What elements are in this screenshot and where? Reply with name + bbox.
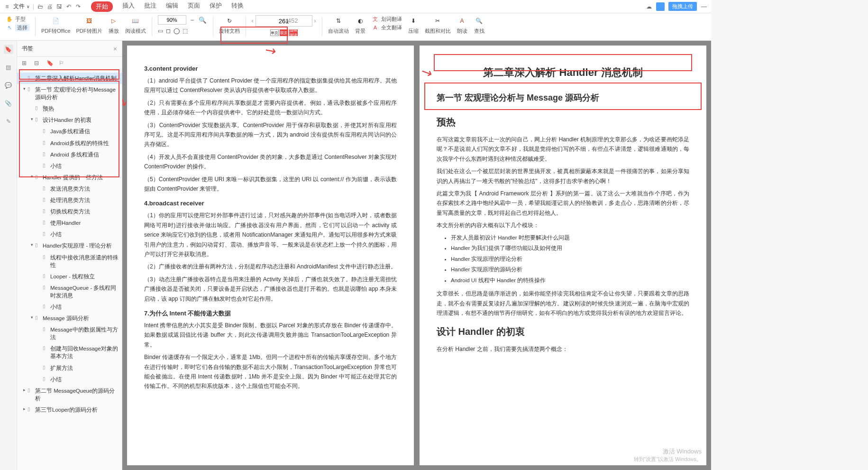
app-menu-icon[interactable]: ≡ <box>4 3 10 10</box>
bookmark-item[interactable]: ▯小结 <box>17 160 122 172</box>
zoom-select[interactable] <box>158 15 186 25</box>
bookmark-item[interactable]: ▯创建与回收Message对象的基本方法 <box>17 343 122 362</box>
double-page-view[interactable]: 双页 <box>280 29 288 36</box>
subsection-heading: 预热 <box>437 114 689 130</box>
full-translate[interactable]: A全文翻译 <box>372 24 402 31</box>
undo-icon[interactable]: ↶ <box>65 3 72 10</box>
hand-tool[interactable]: ✋手型 <box>6 15 29 23</box>
bookmark-item[interactable]: ▯小结 <box>17 229 122 240</box>
bookmark-item[interactable]: ▯发送消息类方法 <box>17 183 122 194</box>
bookmark-item[interactable]: ▯预热 <box>17 103 122 114</box>
bookmark-item[interactable]: ▸▯第二节 MessageQueue的源码分析 <box>17 385 122 404</box>
bookmark-item[interactable]: ▯Looper - 线程独立 <box>17 271 122 282</box>
list-item: Handler 为我们提供了哪些功能以及如何使用 <box>451 244 689 253</box>
bookmark-item[interactable]: ▾▯设计Handler 的初衷 <box>17 114 122 126</box>
next-page-button[interactable]: › <box>314 18 316 24</box>
bookmark-item[interactable]: ▯小结 <box>17 374 122 385</box>
word-translate[interactable]: 文划词翻译 <box>372 15 402 23</box>
attachment-tab-icon[interactable]: 📎 <box>4 99 13 108</box>
comment-tab-icon[interactable]: 💬 <box>4 81 13 90</box>
play-button[interactable]: ▷ 播放 <box>106 15 121 35</box>
cloud-badge-icon[interactable] <box>656 2 665 11</box>
page-number-input[interactable] <box>256 15 312 27</box>
tab-start[interactable]: 开始 <box>91 1 113 12</box>
screenshot-button[interactable]: ✂ 截图和对比 <box>423 15 453 35</box>
fit-width-icon[interactable]: ▭ <box>158 28 163 34</box>
compress-button[interactable]: ⬇ 压缩 <box>406 15 421 35</box>
paragraph: 在写这篇文章前我不止一次的问自己，网上分析 Handler 机制原理的文章那么多… <box>437 135 689 164</box>
bookmark-item[interactable]: ▯处理消息类方法 <box>17 194 122 206</box>
cloud-sync-icon[interactable]: ☁ <box>646 3 652 10</box>
save-icon[interactable]: 🖫 <box>56 3 63 10</box>
windows-activation-watermark: 激活 Windows 转到"设置"以激活 Windows。 <box>634 448 702 462</box>
file-menu[interactable]: 文件∨ <box>13 2 30 10</box>
bookmark-item[interactable]: ▾▯Message 源码分析 <box>17 313 122 324</box>
minimize-icon[interactable]: — <box>701 3 707 10</box>
open-icon[interactable]: 🗁 <box>37 3 44 10</box>
bookmark-tab-icon[interactable]: 🔖 <box>4 45 13 54</box>
fit-page-icon[interactable]: ◻ <box>166 28 171 34</box>
bookmark-item[interactable]: ▯切换线程类方法 <box>17 206 122 217</box>
bookmark-item[interactable]: ▯小结 <box>17 301 122 313</box>
paragraph: 在分析 Handler 之前，我们需要先搞清楚两个概念： <box>437 344 689 354</box>
rotate-button[interactable]: ↻ 旋转文档 <box>217 15 242 35</box>
bookmark-item[interactable]: ▯Android多线程的特殊性 <box>17 138 122 149</box>
zoom-in-button[interactable]: 🔍 <box>199 16 207 24</box>
paragraph: （3）ContentProvider 实现数据共享。ContentProvide… <box>144 120 397 149</box>
paragraph: Binder 传递缓存有一个限定大小，通常是 1Mb。但同一个进程中所有的传输共… <box>144 352 397 391</box>
tab-insert[interactable]: 插入 <box>122 1 135 12</box>
print-icon[interactable]: 🖨 <box>46 3 53 10</box>
bookmark-item[interactable]: ▯线程中接收消息派遣的特殊性 <box>17 252 122 271</box>
read-mode[interactable]: 📖 阅读模式 <box>123 15 148 35</box>
prev-page-button[interactable]: ‹ <box>252 18 254 24</box>
bookmark-item[interactable]: ▯Java多线程通信 <box>17 126 122 137</box>
bookmark-item[interactable]: ▯Message中的数据属性与方法 <box>17 324 122 343</box>
tab-edit[interactable]: 编辑 <box>166 1 178 12</box>
actual-size-icon[interactable]: ◯ <box>174 28 180 34</box>
paragraph: 本文所分析的内容大概有以下几个模块： <box>437 221 689 230</box>
subsection-heading: 设计 Handler 的初衷 <box>437 323 689 340</box>
auto-scroll[interactable]: ⇅ 自动滚动 <box>326 15 351 35</box>
bookmark-item[interactable]: ▯Android 多线程通信 <box>17 149 122 160</box>
pdf-to-image[interactable]: 🖼 PDF转图片 <box>74 15 104 35</box>
collapse-all-icon[interactable]: ⊟ <box>34 60 42 67</box>
add-bookmark-icon[interactable]: 🔖 <box>46 60 54 67</box>
fit-icon[interactable]: ⬚ <box>183 28 188 34</box>
tab-page[interactable]: 页面 <box>188 1 200 12</box>
list-item: Handler 实现原理的源码分析 <box>451 265 689 275</box>
bookmark-item[interactable]: ▯MessageQueue - 多线程同时发消息 <box>17 282 122 301</box>
bookmark-item[interactable]: ▯第二章深入解析Handler消息机制 <box>17 73 122 84</box>
paragraph: （1）你的应用可以使用它对外部事件进行过滤，只对感兴趣的外部事件(如当电话呼入时… <box>144 211 397 259</box>
outline-tab-icon[interactable]: ▤ <box>4 63 13 72</box>
bookmark-item[interactable]: ▯扩展方法 <box>17 362 122 374</box>
pdf-page-left: 3.content provider （1）android 平台提供了 Cont… <box>127 46 414 465</box>
pdf-to-office[interactable]: 📄 PDF转Office <box>39 15 73 35</box>
bookmark-flag-icon[interactable]: ⚐ <box>59 60 66 67</box>
section-heading: 4.broadcast receiver <box>144 198 397 209</box>
edit-tab-icon[interactable]: ✎ <box>4 117 13 126</box>
zoom-out-button[interactable]: − <box>188 16 197 24</box>
paragraph: （4）开发人员不会直接使用 ContentProvider 类的对象，大多数是通… <box>144 152 397 172</box>
expand-all-icon[interactable]: ⊞ <box>22 60 29 67</box>
bookmark-item[interactable]: ▾▯Handler 提供的一些方法 <box>17 172 122 183</box>
close-panel-button[interactable]: × <box>113 45 117 53</box>
single-page-view[interactable]: 单页 <box>270 29 279 36</box>
paragraph: （2）只有需要在多个应用程序间共享数据是才需要内容提供者。例如，通讯录数据被多个… <box>144 98 397 118</box>
select-tool[interactable]: ↖选择 <box>6 24 29 31</box>
bookmark-item[interactable]: ▯使用Handler <box>17 217 122 229</box>
tab-protect[interactable]: 保护 <box>210 1 222 12</box>
bookmark-item[interactable]: ▾▯Handler实现原理 - 理论分析 <box>17 240 122 251</box>
upload-button[interactable]: 拖拽上传 <box>668 2 697 11</box>
tab-convert[interactable]: 转换 <box>231 1 244 12</box>
chapter-title: 第二章深入解析 Handler 消息机制 <box>437 64 689 81</box>
redo-icon[interactable]: ↷ <box>75 3 82 10</box>
tab-annotate[interactable]: 批注 <box>144 1 156 12</box>
find-button[interactable]: 🔍 查找 <box>472 15 487 35</box>
bookmark-item[interactable]: ▾▯第一节 宏观理论分析与Message源码分析 <box>17 84 122 103</box>
read-aloud-button[interactable]: A 朗读 <box>455 15 470 35</box>
section-title: 第一节 宏观理论分析与 Message 源码分析 <box>437 91 689 105</box>
continuous-view[interactable]: 连续阅读 <box>289 29 298 36</box>
bookmark-item[interactable]: ▸▯第三节Looper的源码分析 <box>17 404 122 415</box>
background-button[interactable]: ◐ 背景 <box>353 15 368 35</box>
page-total: /452 <box>286 17 298 24</box>
